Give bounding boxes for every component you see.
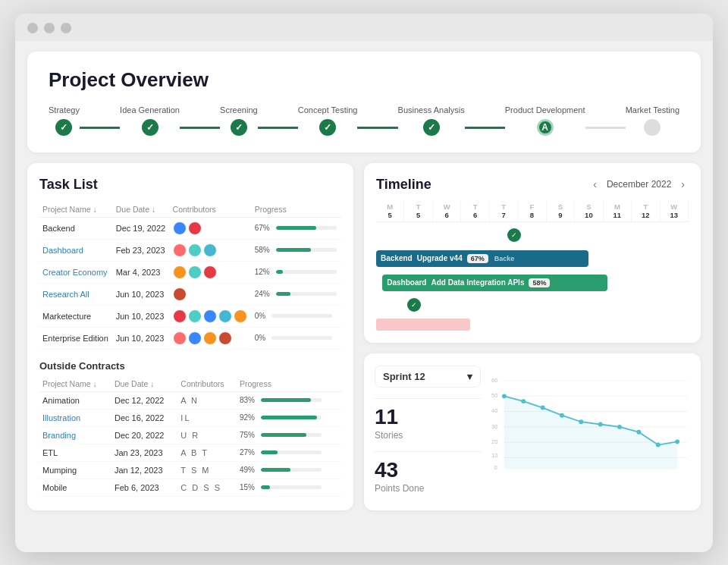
timeline-month: December 2022 bbox=[607, 179, 671, 190]
svg-point-18 bbox=[579, 419, 583, 424]
step-0: Strategy✓ bbox=[49, 105, 80, 136]
svg-point-21 bbox=[636, 429, 641, 434]
tl-col-6: S9 bbox=[547, 200, 575, 221]
table-row: Creator EconomyMar 4, 202312% bbox=[39, 261, 341, 283]
col-project-name: Project Name ↓ bbox=[39, 202, 113, 218]
task-contributors bbox=[170, 239, 252, 261]
sprint-stories-label: Stories bbox=[375, 430, 481, 441]
timeline-panel: Timeline ‹ December 2022 › M5T5W6T6T7F8S… bbox=[364, 163, 701, 343]
outside-due: Dec 12, 2022 bbox=[111, 391, 177, 409]
outside-name-link[interactable]: Branding bbox=[42, 431, 76, 440]
step-2: Screening✓ bbox=[220, 105, 258, 136]
svg-point-14 bbox=[502, 394, 507, 398]
timeline-next-btn[interactable]: › bbox=[677, 177, 689, 192]
progress-label: 24% bbox=[255, 290, 270, 298]
tl-bar-extra bbox=[376, 319, 470, 331]
avatar-circle bbox=[218, 331, 232, 345]
window-content: Project Overview Strategy✓Idea Generatio… bbox=[15, 41, 713, 523]
step-circle-5: A bbox=[537, 119, 554, 136]
outside-progress: 27% bbox=[237, 444, 341, 461]
task-progress: 24% bbox=[252, 283, 341, 305]
progress-bar-fill bbox=[261, 433, 306, 437]
task-name: Marketecture bbox=[39, 305, 113, 327]
svg-text:60: 60 bbox=[491, 376, 497, 383]
avatar-circle bbox=[188, 221, 202, 235]
task-contributors bbox=[170, 261, 252, 283]
window-close-btn[interactable] bbox=[27, 23, 38, 33]
outside-contributors: A N bbox=[177, 391, 237, 409]
ocol-project-name: Project Name ↓ bbox=[39, 376, 111, 392]
tl-check-2: ✓ bbox=[407, 298, 421, 312]
window-minimize-btn[interactable] bbox=[44, 23, 55, 33]
avatar-circle bbox=[203, 309, 217, 323]
svg-point-15 bbox=[521, 399, 526, 403]
step-line-5 bbox=[585, 127, 626, 129]
task-due: Feb 23, 2023 bbox=[113, 239, 170, 261]
task-name-link[interactable]: Creator Economy bbox=[42, 268, 108, 277]
timeline-prev-btn[interactable]: ‹ bbox=[589, 177, 601, 192]
step-line-2 bbox=[258, 127, 298, 129]
table-row: ETLJan 23, 2023A B T27% bbox=[39, 444, 341, 461]
step-line-1 bbox=[180, 127, 220, 129]
task-contributors bbox=[170, 305, 252, 327]
progress-label: 49% bbox=[240, 466, 255, 474]
outside-due: Jan 23, 2023 bbox=[111, 444, 177, 461]
outside-contributors: C D S S bbox=[177, 479, 237, 496]
progress-label: 75% bbox=[240, 431, 255, 439]
task-name-link[interactable]: Research All bbox=[42, 290, 89, 299]
step-circle-4: ✓ bbox=[423, 119, 440, 136]
outside-progress: 75% bbox=[237, 426, 341, 444]
svg-text:40: 40 bbox=[491, 407, 497, 414]
step-3: Concept Testing✓ bbox=[298, 105, 358, 136]
task-name: Enterprise Edition bbox=[39, 327, 113, 349]
ocol-contributors: Contributors bbox=[177, 376, 237, 392]
timeline-title: Timeline bbox=[376, 177, 431, 193]
task-contributors bbox=[170, 217, 252, 239]
burndown-chart: 60 50 40 30 20 10 0 bbox=[491, 366, 690, 479]
sprint-panel: Sprint 12 ▾ 11 Stories 43 Points Done bbox=[364, 353, 701, 510]
svg-text:30: 30 bbox=[491, 422, 497, 429]
progress-label: 58% bbox=[255, 246, 270, 254]
task-progress: 0% bbox=[252, 305, 341, 327]
table-row: DashboardFeb 23, 202358% bbox=[39, 239, 341, 261]
col-contributors: Contributors bbox=[170, 202, 252, 218]
table-row: MobileFeb 6, 2023C D S S15% bbox=[39, 479, 341, 496]
outside-progress: 49% bbox=[237, 461, 341, 479]
sprint-points-label: Points Done bbox=[375, 483, 481, 494]
progress-label: 0% bbox=[255, 312, 265, 320]
svg-text:10: 10 bbox=[491, 452, 497, 459]
task-name-link[interactable]: Dashboard bbox=[42, 246, 83, 255]
task-progress: 12% bbox=[252, 261, 341, 283]
svg-text:50: 50 bbox=[491, 392, 497, 399]
tl-bar-backend: Backend Upgrade v44 67% Backe bbox=[376, 250, 588, 267]
avatar-circle bbox=[188, 331, 202, 345]
tasks-table: Project Name ↓ Due Date ↓ Contributors P… bbox=[39, 202, 341, 350]
outside-name-link[interactable]: Illustration bbox=[42, 413, 80, 422]
step-5: Product DevelopmentA bbox=[505, 105, 585, 136]
tl-row-dashboard: Dashboard Add Data Integration APIs 58% bbox=[376, 272, 689, 293]
task-contributors bbox=[170, 283, 252, 305]
svg-text:0: 0 bbox=[494, 463, 497, 470]
tl-col-10: W13 bbox=[661, 200, 689, 221]
task-list-title: Task List bbox=[39, 177, 341, 193]
avatar-circle bbox=[173, 309, 187, 323]
ocol-progress: Progress bbox=[237, 376, 341, 392]
progress-track: Strategy✓Idea Generation✓Screening✓Conce… bbox=[49, 105, 679, 136]
step-line-3 bbox=[357, 127, 397, 129]
outside-name: ETL bbox=[39, 444, 111, 461]
tl-col-5: F8 bbox=[518, 200, 546, 221]
sprint-points-stat: 43 Points Done bbox=[375, 451, 481, 498]
sprint-dropdown[interactable]: Sprint 12 ▾ bbox=[375, 366, 481, 388]
step-circle-0: ✓ bbox=[55, 119, 72, 136]
task-name: Backend bbox=[39, 217, 113, 239]
window-maximize-btn[interactable] bbox=[61, 23, 71, 33]
step-line-0 bbox=[80, 127, 120, 129]
progress-label: 67% bbox=[255, 224, 270, 232]
table-row: IllustrationDec 16, 2022IL92% bbox=[39, 409, 341, 426]
tl-badge-backend: 67% bbox=[467, 254, 488, 263]
progress-bar-fill bbox=[261, 468, 290, 472]
outside-due: Feb 6, 2023 bbox=[111, 479, 177, 496]
task-due: Jun 10, 2023 bbox=[113, 283, 170, 305]
task-due: Dec 19, 2022 bbox=[113, 217, 170, 239]
step-label-0: Strategy bbox=[49, 105, 80, 115]
